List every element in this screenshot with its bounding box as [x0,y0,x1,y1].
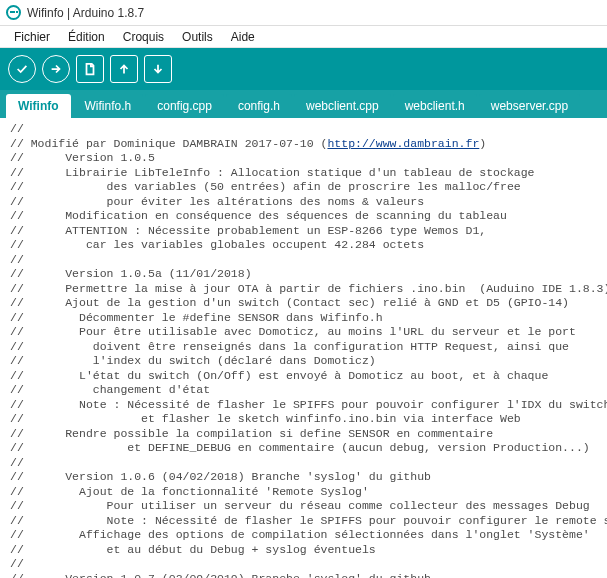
tab-wifinfo-h[interactable]: Wifinfo.h [73,94,144,118]
tab-webclient-h[interactable]: webclient.h [393,94,477,118]
tab-wifinfo[interactable]: Wifinfo [6,94,71,118]
author-link[interactable]: http://www.dambrain.fr [327,137,479,150]
check-icon [15,62,29,76]
toolbar [0,48,607,90]
tab-strip: WifinfoWifinfo.hconfig.cppconfig.hwebcli… [0,90,607,118]
tab-webserver-cpp[interactable]: webserver.cpp [479,94,580,118]
arrow-up-icon [117,62,131,76]
new-sketch-button[interactable] [76,55,104,83]
code-content: // // Modifié par Dominique DAMBRAIN 201… [10,122,599,578]
code-editor[interactable]: // // Modifié par Dominique DAMBRAIN 201… [0,118,607,578]
upload-button[interactable] [42,55,70,83]
window-titlebar: Wifinfo | Arduino 1.8.7 [0,0,607,26]
menu-edit[interactable]: Édition [60,28,113,46]
tab-config-cpp[interactable]: config.cpp [145,94,224,118]
arduino-icon [6,5,21,20]
menu-sketch[interactable]: Croquis [115,28,172,46]
verify-button[interactable] [8,55,36,83]
menu-help[interactable]: Aide [223,28,263,46]
tab-config-h[interactable]: config.h [226,94,292,118]
arrow-right-icon [49,62,63,76]
file-icon [83,62,97,76]
save-sketch-button[interactable] [144,55,172,83]
menu-file[interactable]: Fichier [6,28,58,46]
menu-tools[interactable]: Outils [174,28,221,46]
open-sketch-button[interactable] [110,55,138,83]
window-title: Wifinfo | Arduino 1.8.7 [27,6,144,20]
menu-bar: Fichier Édition Croquis Outils Aide [0,26,607,48]
arrow-down-icon [151,62,165,76]
tab-webclient-cpp[interactable]: webclient.cpp [294,94,391,118]
